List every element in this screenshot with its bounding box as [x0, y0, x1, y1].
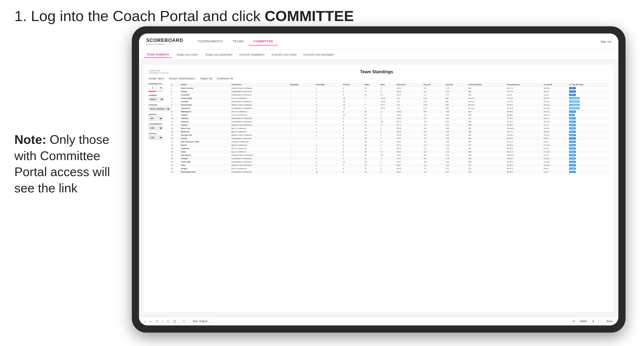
cell-vs-top50: 80.94	[568, 127, 609, 130]
cell-rank: 14	[170, 130, 180, 134]
cell-reg-rank: –	[290, 167, 315, 170]
cell-avg-sg: -6.2	[422, 134, 444, 137]
cell-adj-score: 278.1	[396, 140, 422, 144]
cell-conf-rank: 5	[315, 167, 342, 170]
col-adj-score: Adj. Score	[396, 83, 422, 87]
toolbar-copy-icon[interactable]: ⎘	[166, 319, 170, 324]
cell-conference: Atlantic Coast Conference	[230, 134, 289, 137]
sub-nav-team-summary[interactable]: TEAM SUMMARY	[144, 52, 172, 58]
cell-avg-par: 2.01	[444, 124, 467, 127]
cell-avg-par: 1.85	[444, 134, 467, 137]
cell-rank: 2	[170, 90, 180, 93]
region-select[interactable]: N/A All	[148, 116, 163, 121]
toolbar-back-icon[interactable]: ◁	[142, 319, 147, 324]
conference-select[interactable]: (All)	[148, 126, 163, 130]
cell-conference: Southeastern Conference	[230, 160, 289, 164]
update-time-label: Update time:	[148, 69, 168, 72]
sub-nav-team-h2h-grid[interactable]: TEAM H2H GRID	[173, 52, 200, 58]
cell-avg-par: 1.30	[444, 160, 467, 164]
min-rounds-input[interactable]	[148, 86, 156, 90]
cell-low-rd: 271	[467, 144, 506, 147]
cell-no-tour: 8	[342, 117, 364, 120]
cell-vs-top50: 87.21	[568, 90, 609, 93]
cell-conference: Atlantic Coast Conference	[230, 103, 289, 107]
cell-vs-top50: 80.71	[568, 130, 609, 134]
cell-rank: 8	[170, 110, 180, 113]
cell-conf-rank: 4	[315, 107, 342, 110]
cell-rank: 18	[170, 144, 180, 147]
cell-adj-score: 277.5	[396, 137, 422, 140]
cell-vs-top25: 17-33-3	[542, 150, 568, 154]
cell-conf-rank: 9	[315, 160, 342, 164]
cell-avg-sg: -3.6	[422, 130, 444, 134]
cell-wins: 1	[380, 110, 396, 113]
sub-nav-player-summary[interactable]: PLAYER SUMMARY	[236, 52, 268, 58]
cell-conference: Southeastern Conference	[230, 90, 289, 93]
cell-avg-par: 262	[444, 100, 467, 103]
cell-avg-par: 1.85	[444, 127, 467, 130]
cell-rnds: 24	[364, 130, 380, 134]
sub-nav-player-h2h-heatmap[interactable]: PLAYER H2H HEATMAP	[300, 52, 337, 58]
cell-low-rd: 63-15-1	[467, 100, 506, 103]
toolbar-forward-icon[interactable]: ▷	[148, 319, 153, 324]
nav-tournaments[interactable]: TOURNAMENTS	[193, 37, 228, 45]
cell-conf-rank: 5	[315, 117, 342, 120]
cell-avg-sg: -1.8	[422, 170, 444, 174]
toolbar-home-icon[interactable]: ⌂	[161, 319, 164, 324]
school-section: School (All)	[148, 133, 168, 140]
sign-out-link[interactable]: Sign out	[600, 40, 611, 43]
cell-avg-par: 1.44	[444, 150, 467, 154]
cell-adj-score: 278.7	[396, 154, 422, 157]
cell-avg-sg: 2.20	[422, 103, 444, 107]
cell-avg-par: 1.90	[444, 120, 467, 124]
toolbar-reload-icon[interactable]: ↺	[154, 319, 159, 324]
cell-vs-top25: 9-24-0	[542, 137, 568, 140]
share-button[interactable]: Share	[604, 319, 615, 324]
cell-conf-rank: 4	[315, 147, 342, 150]
cell-low-rd: 262	[467, 87, 506, 90]
cell-no-tour: 8	[342, 124, 364, 127]
gender-select[interactable]: Men's Women's	[148, 97, 164, 101]
note-bold: Note:	[14, 133, 46, 147]
cell-vs-top50: undefined	[568, 97, 609, 100]
cell-reg-rank: –	[290, 164, 315, 167]
cell-rank: 11	[170, 120, 180, 124]
cell-vs-top50: 80.42	[568, 160, 609, 164]
sub-nav-player-h2h-grid[interactable]: PLAYER H2H GRID	[269, 52, 299, 58]
cell-avg-par: 265	[444, 107, 467, 110]
cell-rnds: 27	[364, 127, 380, 130]
sub-nav-team-h2h-heatmap[interactable]: TEAM H2H HEATMAP	[202, 52, 235, 58]
toolbar-expand-icon[interactable]: ⛶	[597, 319, 602, 324]
gender-label: Gender	[148, 94, 168, 96]
watch-button[interactable]: Watch	[578, 319, 589, 324]
cell-adj-score: 278.9	[396, 134, 422, 137]
cell-low-rd: 100-27-1	[467, 97, 506, 100]
nav-committee[interactable]: COMMITTEE	[248, 37, 278, 45]
nav-teams[interactable]: TEAMS	[228, 37, 248, 45]
cell-no-tour: 26	[342, 97, 364, 100]
cell-wins: 275.9	[380, 107, 396, 110]
rounds-slider[interactable]	[148, 91, 163, 92]
col-conf-rank: Conf Rank	[315, 83, 342, 87]
view-original-button[interactable]: View: Original	[190, 319, 210, 324]
toolbar-info-icon[interactable]: ⓘ	[182, 319, 186, 324]
cell-school: Oklahoma	[180, 130, 230, 134]
cell-conference: Southeastern Conference	[230, 93, 289, 97]
cell-conference: Southeastern Conference	[230, 157, 289, 160]
school-select[interactable]: (All)	[148, 136, 163, 140]
cell-adj-score: -4.4	[396, 103, 422, 107]
cell-reg-rank: –	[290, 157, 315, 160]
note-area: Note: Only those with Committee Portal a…	[14, 132, 115, 196]
cell-school: Auburn	[180, 90, 230, 93]
cell-reg-rank: –	[290, 113, 315, 117]
cell-overall-record: 59-39-1	[506, 157, 542, 160]
toolbar-paste-icon[interactable]: 📋	[172, 319, 177, 324]
division-select[interactable]: NCAA Division I	[148, 107, 170, 111]
cell-no-tour: 12	[342, 113, 364, 117]
max-rounds-input[interactable]	[157, 86, 165, 90]
cell-vs-top25: 4-21-0	[542, 170, 568, 174]
cell-overall-record: 58-41-4	[506, 150, 542, 154]
toolbar-download-icon[interactable]: ⬇	[591, 319, 595, 324]
table-row: 12 Virginia Atlantic Coast Conference – …	[170, 124, 609, 127]
cell-low-rd: 61-21-0	[467, 107, 506, 110]
